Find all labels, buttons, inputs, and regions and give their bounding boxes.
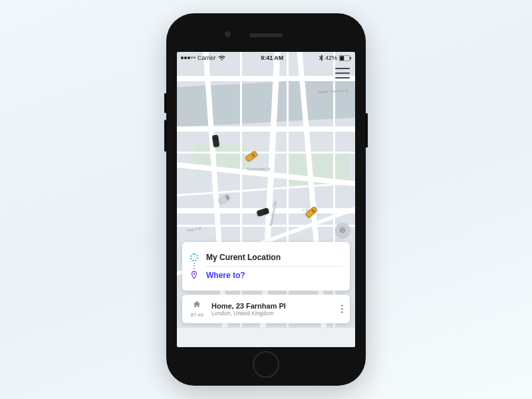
bluetooth-icon (319, 55, 323, 61)
recenter-button[interactable] (335, 223, 350, 237)
shortcut-card[interactable]: 87 mi Home, 23 Farnham Pl London, United… (182, 295, 350, 323)
origin-label: My Curent Location (206, 253, 342, 262)
carrier-label: Carrier (198, 55, 216, 61)
wifi-icon (218, 55, 225, 61)
shortcut-subtitle: London, United Kingdom (211, 310, 334, 317)
bottom-bar (177, 327, 355, 347)
destination-placeholder: Where to? (206, 271, 342, 280)
route-dots-icon (194, 263, 195, 269)
phone-camera (225, 31, 231, 37)
origin-row[interactable]: My Curent Location (189, 249, 342, 266)
battery-label: 42% (325, 55, 337, 61)
more-button[interactable] (341, 305, 343, 313)
menu-button[interactable] (335, 68, 350, 78)
battery-icon (339, 55, 351, 61)
status-bar: Carrier 9:41 AM 42% (177, 52, 355, 64)
destination-row[interactable]: Where to? (189, 267, 342, 284)
destination-pin-icon (189, 271, 200, 280)
home-icon (189, 300, 205, 312)
svg-point-5 (194, 273, 196, 275)
shortcut-distance: 87 mi (189, 312, 205, 318)
shortcut-left: 87 mi (189, 300, 205, 318)
signal-dots-icon (181, 57, 196, 59)
svg-point-4 (342, 229, 343, 231)
phone-home-button[interactable] (253, 351, 279, 378)
phone-side-button (366, 113, 368, 148)
location-card: My Curent Location Where to? (182, 242, 350, 291)
phone-side-button (164, 93, 166, 113)
app-screen: Carrier 9:41 AM 42% (177, 52, 355, 347)
origin-icon (190, 253, 198, 261)
phone-speaker (249, 33, 283, 37)
bottom-sheet: My Curent Location Where to? 87 mi (182, 242, 350, 323)
svg-rect-1 (340, 56, 344, 61)
phone-frame: Carrier 9:41 AM 42% (166, 13, 366, 386)
street-label: Southwark St (247, 167, 271, 171)
clock-label: 9:41 AM (261, 55, 283, 61)
svg-rect-2 (350, 57, 352, 59)
shortcut-title: Home, 23 Farnham Pl (211, 302, 334, 310)
phone-side-button (164, 120, 166, 152)
